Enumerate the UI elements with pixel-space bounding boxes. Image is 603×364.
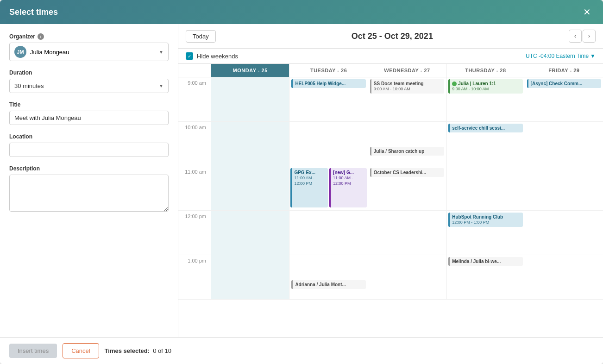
event-ss-docs: SS Docs team meeting 9:00 AM - 10:00 AM xyxy=(370,79,444,94)
event-indicator xyxy=(452,82,457,86)
cell-mon-1pm[interactable] xyxy=(211,255,289,299)
organizer-info-icon: i xyxy=(38,33,44,40)
cell-tue-1pm[interactable]: Adrianna / Julia Mont... xyxy=(289,255,367,299)
hide-weekends-option: ✓ Hide weekends xyxy=(186,52,238,60)
time-row-1pm: 1:00 pm Adrianna / Julia Mont... M xyxy=(178,255,603,300)
location-input[interactable] xyxy=(9,143,169,157)
cell-thu-11am[interactable] xyxy=(446,166,524,210)
cell-mon-10am[interactable] xyxy=(211,122,289,166)
times-selected-text: Times selected: 0 of 10 xyxy=(105,347,171,354)
cell-thu-1pm[interactable]: Melinda / Julia bi-we... xyxy=(446,255,524,299)
col-header-thu: THURSDAY - 28 xyxy=(446,64,524,77)
cell-wed-12pm[interactable] xyxy=(368,211,446,255)
cell-fri-10am[interactable] xyxy=(525,122,603,166)
event-self-service: self-service chill sessi... xyxy=(448,124,522,132)
cell-thu-12pm[interactable]: HubSpot Running Club 12:00 PM - 1:00 PM xyxy=(446,211,524,255)
duration-chevron-icon: ▼ xyxy=(159,83,163,88)
prev-week-button[interactable]: ‹ xyxy=(569,30,582,43)
chevron-down-icon: ▼ xyxy=(159,50,163,55)
event-julia-sharon: Julia / Sharon catch up xyxy=(370,147,444,156)
next-week-button[interactable]: › xyxy=(583,30,596,43)
cell-fri-12pm[interactable] xyxy=(525,211,603,255)
cell-mon-12pm[interactable] xyxy=(211,211,289,255)
cell-tue-10am[interactable] xyxy=(289,122,367,166)
calendar-grid: MONDAY - 25 TUESDAY - 26 WEDNESDAY - 27 … xyxy=(178,64,603,337)
time-row-12pm: 12:00 pm HubSpot Running Club 12:00 PM -… xyxy=(178,211,603,255)
cell-tue-9am[interactable]: HELP005 Help Widge... xyxy=(289,77,367,121)
col-header-wed: WEDNESDAY - 27 xyxy=(368,64,446,77)
location-label: Location xyxy=(9,133,169,140)
calendar-nav: ‹ › xyxy=(569,30,596,43)
calendar-toolbar: Today Oct 25 - Oct 29, 2021 ‹ › xyxy=(178,24,603,49)
cell-wed-9am[interactable]: SS Docs team meeting 9:00 AM - 10:00 AM xyxy=(368,77,446,121)
cancel-button[interactable]: Cancel xyxy=(63,343,99,358)
time-row-10am: 10:00 am Julia / Sharon catch up s xyxy=(178,122,603,166)
avatar: JM xyxy=(14,46,26,58)
timezone-button[interactable]: UTC -04:00 Eastern Time ▼ xyxy=(526,53,596,59)
timezone-label: UTC -04:00 Eastern Time xyxy=(526,53,589,59)
description-field: Description xyxy=(9,165,169,213)
today-button[interactable]: Today xyxy=(186,30,216,43)
description-input[interactable] xyxy=(9,175,169,212)
time-row-11am: 11:00 am GPG Ex... 11:00 AM - 12:00 PM [… xyxy=(178,166,603,211)
event-help005: HELP005 Help Widge... xyxy=(291,79,365,88)
modal-header: Select times ✕ xyxy=(0,0,603,24)
sidebar: Organizer i JM Julia Mongeau ▼ Duration … xyxy=(0,24,178,337)
calendar-header-row: MONDAY - 25 TUESDAY - 26 WEDNESDAY - 27 … xyxy=(178,64,603,77)
duration-select[interactable]: 30 minutes ▼ xyxy=(9,79,169,93)
cell-wed-1pm[interactable] xyxy=(368,255,446,299)
organizer-name: Julia Mongeau xyxy=(30,49,69,56)
times-selected-label: Times selected: xyxy=(105,347,150,354)
col-header-mon: MONDAY - 25 xyxy=(211,64,289,77)
time-label-9am: 9:00 am xyxy=(178,77,211,121)
event-hubspot-running: HubSpot Running Club 12:00 PM - 1:00 PM xyxy=(448,213,522,227)
calendar-options: ✓ Hide weekends UTC -04:00 Eastern Time … xyxy=(178,49,603,64)
event-async-check: [Async] Check Comm... xyxy=(527,79,601,88)
cell-tue-12pm[interactable] xyxy=(289,211,367,255)
calendar-panel: Today Oct 25 - Oct 29, 2021 ‹ › ✓ Hide w… xyxy=(178,24,603,337)
event-gpg-ex: GPG Ex... 11:00 AM - 12:00 PM xyxy=(290,168,328,207)
cell-mon-11am[interactable] xyxy=(211,166,289,210)
time-label-11am: 11:00 am xyxy=(178,166,211,210)
location-field: Location xyxy=(9,133,169,157)
organizer-label: Organizer i xyxy=(9,33,169,40)
close-button[interactable]: ✕ xyxy=(580,6,594,18)
times-selected-count: 0 of 10 xyxy=(153,347,171,354)
modal-body: Organizer i JM Julia Mongeau ▼ Duration … xyxy=(0,24,603,337)
insert-times-button[interactable]: Insert times xyxy=(9,344,57,358)
time-label-12pm: 12:00 pm xyxy=(178,211,211,255)
time-row-9am: 9:00 am HELP005 Help Widge... SS Docs te… xyxy=(178,77,603,122)
modal-title: Select times xyxy=(9,7,58,17)
hide-weekends-label: Hide weekends xyxy=(197,53,238,60)
time-label-10am: 10:00 am xyxy=(178,122,211,166)
cell-fri-1pm[interactable] xyxy=(525,255,603,299)
cell-fri-11am[interactable] xyxy=(525,166,603,210)
title-field: Title xyxy=(9,101,169,125)
event-adrianna: Adrianna / Julia Mont... xyxy=(291,280,365,289)
col-header-tue: TUESDAY - 26 xyxy=(289,64,367,77)
calendar-title: Oct 25 - Oct 29, 2021 xyxy=(221,31,563,41)
hide-weekends-checkbox[interactable]: ✓ xyxy=(186,52,193,60)
cell-thu-10am[interactable]: self-service chill sessi... xyxy=(446,122,524,166)
cell-wed-11am[interactable]: October CS Leadershi... xyxy=(368,166,446,210)
cell-tue-11am[interactable]: GPG Ex... 11:00 AM - 12:00 PM [new] G...… xyxy=(289,166,367,210)
modal-footer: Insert times Cancel Times selected: 0 of… xyxy=(0,337,603,364)
cell-wed-10am[interactable]: Julia / Sharon catch up xyxy=(368,122,446,166)
title-label: Title xyxy=(9,101,169,108)
event-julia-lauren: Julia | Lauren 1:1 9:00 AM - 10:00 AM xyxy=(448,79,522,94)
duration-label: Duration xyxy=(9,69,169,76)
title-input[interactable] xyxy=(9,111,169,125)
description-label: Description xyxy=(9,165,169,172)
duration-value: 30 minutes xyxy=(14,82,44,89)
organizer-select[interactable]: JM Julia Mongeau ▼ xyxy=(9,43,169,61)
organizer-field: Organizer i JM Julia Mongeau ▼ xyxy=(9,33,169,61)
cell-fri-9am[interactable]: [Async] Check Comm... xyxy=(525,77,603,121)
timezone-chevron-icon: ▼ xyxy=(590,53,596,59)
cell-thu-9am[interactable]: Julia | Lauren 1:1 9:00 AM - 10:00 AM xyxy=(446,77,524,121)
organizer-info: JM Julia Mongeau xyxy=(14,46,69,58)
event-melinda: Melinda / Julia bi-we... xyxy=(448,257,522,266)
time-label-1pm: 1:00 pm xyxy=(178,255,211,299)
cell-mon-9am[interactable] xyxy=(211,77,289,121)
duration-field: Duration 30 minutes ▼ xyxy=(9,69,169,93)
event-new-g: [new] G... 11:00 AM - 12:00 PM xyxy=(329,168,367,207)
